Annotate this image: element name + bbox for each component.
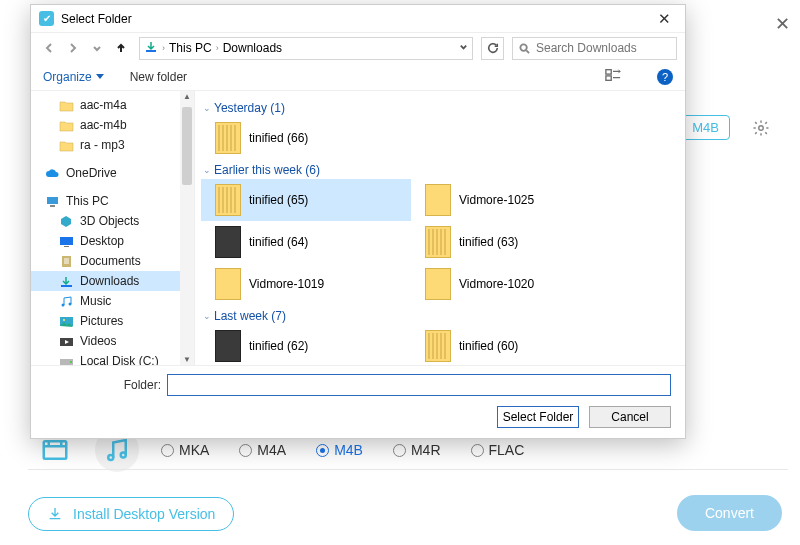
svg-rect-8 <box>47 197 58 204</box>
folder-icon <box>425 330 451 362</box>
svg-point-2 <box>108 455 113 460</box>
svg-rect-11 <box>64 246 69 247</box>
tree-node[interactable]: Desktop <box>31 231 194 251</box>
svg-rect-13 <box>61 285 72 287</box>
organize-menu[interactable]: Organize <box>43 70 104 84</box>
format-radio-m4r[interactable]: M4R <box>393 442 441 458</box>
tree-label: Local Disk (C:) <box>80 354 159 365</box>
up-button[interactable] <box>111 38 131 58</box>
tree-node[interactable]: Downloads <box>31 271 194 291</box>
nav-tree[interactable]: aac-m4aaac-m4bra - mp3OneDriveThis PC3D … <box>31 91 195 365</box>
recent-dropdown[interactable] <box>87 38 107 58</box>
folder-item[interactable]: tinified (65) <box>201 179 411 221</box>
tree-node[interactable]: Local Disk (C:) <box>31 351 194 365</box>
chevron-down-icon[interactable] <box>459 41 468 55</box>
group-header[interactable]: ⌄Yesterday (1) <box>203 101 675 115</box>
close-icon[interactable]: ✕ <box>652 8 677 30</box>
tree-label: ra - mp3 <box>80 138 125 152</box>
folder-item[interactable]: tinified (60) <box>411 325 621 365</box>
downloads-icon <box>59 275 74 288</box>
tree-label: Documents <box>80 254 141 268</box>
folder-icon <box>215 122 241 154</box>
tree-node[interactable]: OneDrive <box>31 163 194 183</box>
folder-label: tinified (63) <box>459 235 518 249</box>
folder-item[interactable]: tinified (63) <box>411 221 621 263</box>
tree-node[interactable]: aac-m4b <box>31 115 194 135</box>
svg-point-15 <box>69 302 72 305</box>
folder-name-input[interactable] <box>167 374 671 396</box>
chevron-down-icon: ⌄ <box>203 165 211 175</box>
chevron-right-icon: › <box>216 43 219 53</box>
tree-node[interactable]: aac-m4a <box>31 95 194 115</box>
folder-icon <box>425 268 451 300</box>
pictures-icon <box>59 315 74 328</box>
app-close-icon[interactable]: ✕ <box>775 13 790 35</box>
format-radio-m4b[interactable]: M4B <box>316 442 363 458</box>
folder-item[interactable]: Vidmore-1025 <box>411 179 621 221</box>
folder-label: Vidmore-1020 <box>459 277 534 291</box>
tree-label: Pictures <box>80 314 123 328</box>
address-bar[interactable]: › This PC › Downloads <box>139 37 473 60</box>
folder-item[interactable]: Vidmore-1019 <box>201 263 411 305</box>
forward-button <box>63 38 83 58</box>
folder-icon <box>425 226 451 258</box>
music-icon <box>59 295 74 308</box>
scrollbar-thumb[interactable] <box>182 107 192 185</box>
folder-icon <box>59 139 74 152</box>
dialog-title: Select Folder <box>61 12 652 26</box>
install-desktop-button[interactable]: Install Desktop Version <box>28 497 234 531</box>
folder-item[interactable]: Vidmore-1020 <box>411 263 621 305</box>
format-pill[interactable]: M4B <box>681 115 730 140</box>
format-radio-flac[interactable]: FLAC <box>471 442 525 458</box>
format-radio-m4a[interactable]: M4A <box>239 442 286 458</box>
chevron-down-icon: ⌄ <box>203 311 211 321</box>
back-button[interactable] <box>39 38 59 58</box>
folder-label: tinified (62) <box>249 339 308 353</box>
desktop-icon <box>59 235 74 248</box>
svg-point-0 <box>759 126 764 131</box>
folder-label: Vidmore-1025 <box>459 193 534 207</box>
svg-point-14 <box>62 303 65 306</box>
svg-rect-4 <box>146 50 156 52</box>
folder-icon <box>215 330 241 362</box>
breadcrumb-part[interactable]: Downloads <box>223 41 282 55</box>
search-box[interactable] <box>512 37 677 60</box>
tree-label: aac-m4a <box>80 98 127 112</box>
refresh-button[interactable] <box>481 37 504 60</box>
tree-node[interactable]: Music <box>31 291 194 311</box>
view-options-button[interactable] <box>605 68 621 85</box>
group-header[interactable]: ⌄Earlier this week (6) <box>203 163 675 177</box>
folder-label: tinified (60) <box>459 339 518 353</box>
svg-point-5 <box>520 44 526 50</box>
folder-label: tinified (66) <box>249 131 308 145</box>
cancel-button[interactable]: Cancel <box>589 406 671 428</box>
tree-node[interactable]: Videos <box>31 331 194 351</box>
tree-node[interactable]: Documents <box>31 251 194 271</box>
organize-label: Organize <box>43 70 92 84</box>
tree-node[interactable]: Pictures <box>31 311 194 331</box>
gear-icon[interactable] <box>752 119 770 140</box>
tree-node[interactable]: This PC <box>31 191 194 211</box>
folder-icon <box>59 119 74 132</box>
tree-node[interactable]: ra - mp3 <box>31 135 194 155</box>
titlebar: ✔ Select Folder ✕ <box>31 5 685 33</box>
disk-icon <box>59 355 74 366</box>
docs-icon <box>59 255 74 268</box>
svg-rect-9 <box>50 205 55 207</box>
tree-node[interactable]: 3D Objects <box>31 211 194 231</box>
tree-label: OneDrive <box>66 166 117 180</box>
new-folder-button[interactable]: New folder <box>130 70 187 84</box>
help-button[interactable]: ? <box>657 69 673 85</box>
folder-item[interactable]: tinified (62) <box>201 325 411 365</box>
format-radio-mka[interactable]: MKA <box>161 442 209 458</box>
folder-content[interactable]: ⌄Yesterday (1)tinified (66)⌄Earlier this… <box>195 91 685 365</box>
search-input[interactable] <box>536 41 670 55</box>
select-folder-button[interactable]: Select Folder <box>497 406 579 428</box>
group-header[interactable]: ⌄Last week (7) <box>203 309 675 323</box>
tree-scrollbar[interactable]: ▲ ▼ <box>180 91 194 365</box>
folder-item[interactable]: tinified (64) <box>201 221 411 263</box>
folder-icon <box>215 226 241 258</box>
convert-button[interactable]: Convert <box>677 495 782 531</box>
folder-item[interactable]: tinified (66) <box>201 117 411 159</box>
breadcrumb-part[interactable]: This PC <box>169 41 212 55</box>
